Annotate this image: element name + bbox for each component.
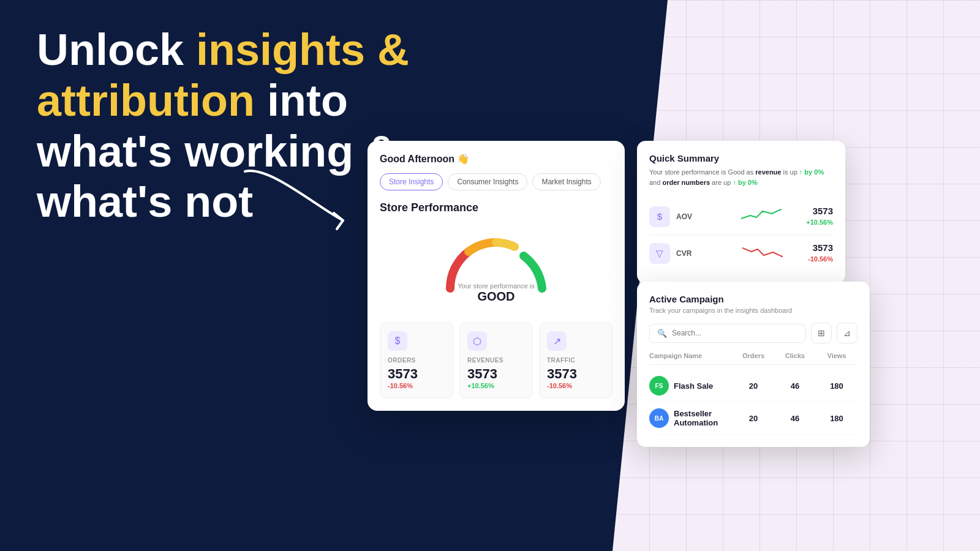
revenues-icon: ⬡	[467, 331, 487, 351]
dashboard-card: Good Afternoon 👋 Store Insights Consumer…	[368, 141, 625, 411]
cvr-sparkline	[742, 243, 802, 264]
revenues-change: +10.56%	[467, 382, 525, 389]
traffic-change: -10.56%	[547, 382, 605, 389]
cvr-name: CVR	[676, 249, 736, 258]
hero-line1: Unlock insights & attribution into	[37, 25, 409, 125]
store-performance-title: Store Performance	[380, 201, 612, 214]
gauge-container: Your store performance is GOOD	[380, 224, 612, 310]
aov-sparkline	[741, 206, 800, 227]
revenues-value: 3573	[467, 366, 525, 382]
active-campaign-card: Active Campaign Track your campaigns in …	[637, 282, 870, 447]
orders-icon: $	[388, 331, 407, 351]
row-bestseller-views: 180	[816, 414, 858, 423]
orders-value: 3573	[388, 366, 445, 382]
metric-cards: $ ORDERS 3573 -10.56% ⬡ REVENUES 3573 +1…	[380, 322, 612, 399]
metric-card-traffic: ↗ TRAFFIC 3573 -10.56%	[539, 322, 612, 399]
table-header: Campaign Name Orders Clicks Views	[649, 352, 858, 365]
arrow-decoration	[233, 159, 368, 233]
row-bestseller-name: BA Bestseller Automation	[649, 408, 733, 428]
traffic-value: 3573	[547, 366, 605, 382]
table-row: BA Bestseller Automation 20 46 180	[649, 402, 858, 435]
qs-subtitle: Your store performance is Good as revenu…	[649, 167, 833, 187]
row-flash-sale-orders: 20	[733, 381, 774, 391]
cvr-icon: ▽	[649, 243, 670, 264]
quick-summary-card: Quick Summary Your store performance is …	[637, 141, 845, 283]
aov-name: AOV	[676, 212, 735, 221]
orders-change: -10.56%	[388, 382, 445, 389]
col-campaign-name: Campaign Name	[649, 352, 733, 359]
cvr-value: 3573 -10.56%	[808, 242, 833, 264]
qs-metric-aov: $ AOV 3573 +10.56%	[649, 198, 833, 235]
qs-title: Quick Summary	[649, 153, 833, 163]
ac-subtitle: Track your campaigns in the insights das…	[649, 307, 858, 314]
metric-card-orders: $ ORDERS 3573 -10.56%	[380, 322, 453, 399]
tab-consumer-insights[interactable]: Consumer Insights	[448, 173, 527, 190]
qs-metric-cvr: ▽ CVR 3573 -10.56%	[649, 235, 833, 271]
row-flash-sale-name: FS Flash Sale	[649, 376, 733, 395]
row-bestseller-orders: 20	[733, 414, 774, 423]
ac-search-container: 🔍	[649, 324, 806, 343]
col-clicks: Clicks	[774, 352, 816, 359]
tab-bar: Store Insights Consumer Insights Market …	[380, 173, 612, 190]
filter-button[interactable]: ⊿	[837, 323, 858, 343]
metric-card-revenues: ⬡ REVENUES 3573 +10.56%	[459, 322, 533, 399]
search-icon: 🔍	[657, 329, 667, 338]
traffic-label: TRAFFIC	[547, 357, 605, 364]
tab-market-insights[interactable]: Market Insights	[532, 173, 600, 190]
ac-title: Active Campaign	[649, 294, 858, 304]
traffic-icon: ↗	[547, 331, 567, 351]
ac-search-row: 🔍 ⊞ ⊿	[649, 323, 858, 343]
orders-label: ORDERS	[388, 357, 445, 364]
col-views: Views	[816, 352, 858, 359]
col-orders: Orders	[733, 352, 774, 359]
row-flash-sale-views: 180	[816, 381, 858, 391]
columns-filter-button[interactable]: ⊞	[811, 323, 832, 343]
tab-store-insights[interactable]: Store Insights	[380, 173, 443, 190]
row-flash-sale-clicks: 46	[774, 381, 816, 391]
aov-icon: $	[649, 206, 670, 227]
avatar-bestseller: BA	[649, 408, 669, 428]
gauge-label: Your store performance is GOOD	[458, 282, 535, 304]
search-input[interactable]	[672, 329, 798, 337]
aov-value: 3573 +10.56%	[806, 206, 833, 227]
avatar-flash-sale: FS	[649, 376, 669, 395]
revenues-label: REVENUES	[467, 357, 525, 364]
row-bestseller-clicks: 46	[774, 414, 816, 423]
greeting-text: Good Afternoon 👋	[380, 153, 612, 165]
table-row: FS Flash Sale 20 46 180	[649, 370, 858, 402]
